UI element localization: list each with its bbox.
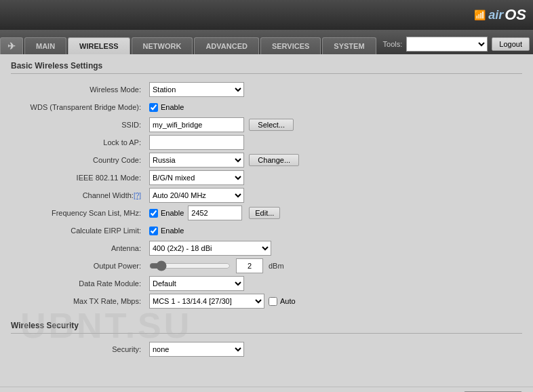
channel-width-help[interactable]: [?]	[134, 192, 141, 199]
tab-advanced[interactable]: ADVANCED	[194, 37, 259, 54]
basic-wireless-form: Wireless Mode: Station Access Point Stat…	[11, 81, 522, 310]
country-code-select[interactable]: Russia United States Germany	[149, 153, 244, 168]
nav-tabs: ✈ MAIN WIRELESS NETWORK ADVANCED SERVICE…	[0, 37, 378, 54]
wireless-security-form: Security: none WEP WPA WPA2	[11, 340, 522, 358]
output-power-row: Output Power: dBm	[11, 257, 522, 275]
max-tx-select[interactable]: MCS 1 - 13/14.4 [27/30] MCS 0 - 6.5/7.2 …	[149, 294, 264, 309]
logo: 📶 air OS	[474, 6, 526, 24]
dbm-label: dBm	[269, 262, 284, 270]
ieee-mode-label: IEEE 802.11 Mode:	[11, 169, 146, 187]
security-select[interactable]: none WEP WPA WPA2	[149, 342, 244, 357]
calc-eirp-value: Enable	[146, 222, 522, 239]
logo-os: OS	[505, 6, 526, 24]
lock-ap-input[interactable]	[149, 135, 244, 150]
tab-services[interactable]: SERVICES	[260, 37, 321, 54]
wireless-mode-select[interactable]: Station Access Point Station WDS	[149, 82, 244, 97]
ssid-select-button[interactable]: Select...	[249, 119, 294, 131]
content: Basic Wireless Settings Wireless Mode: S…	[0, 54, 533, 387]
max-tx-row: Max TX Rate, Mbps: MCS 1 - 13/14.4 [27/3…	[11, 292, 522, 310]
logo-air: air	[488, 8, 503, 22]
wireless-mode-value: Station Access Point Station WDS	[146, 81, 522, 98]
freq-scan-label: Frequency Scan List, MHz:	[11, 204, 146, 222]
wds-value: Enable	[146, 98, 522, 116]
ieee-mode-row: IEEE 802.11 Mode: B/G/N mixed B only G o…	[11, 169, 522, 187]
max-tx-value: MCS 1 - 13/14.4 [27/30] MCS 0 - 6.5/7.2 …	[146, 292, 522, 310]
output-power-input[interactable]	[236, 258, 263, 273]
ubnt-icon: ✈	[7, 41, 16, 52]
output-power-slider[interactable]	[149, 261, 231, 271]
tools-label: Tools:	[383, 40, 403, 48]
tab-advanced-label: ADVANCED	[205, 42, 248, 50]
freq-scan-input[interactable]	[188, 205, 242, 220]
freq-scan-container: Enable Edit...	[149, 205, 522, 220]
wds-label: WDS (Transparent Bridge Mode):	[11, 98, 146, 116]
tab-wireless[interactable]: WIRELESS	[68, 37, 130, 54]
tools-select[interactable]	[406, 37, 488, 52]
freq-scan-enable[interactable]: Enable	[149, 209, 184, 218]
tab-system-label: SYSTEM	[334, 42, 364, 50]
output-power-value: dBm	[146, 257, 522, 275]
ieee-mode-select[interactable]: B/G/N mixed B only G only N only	[149, 170, 244, 185]
wds-row: WDS (Transparent Bridge Mode): Enable	[11, 98, 522, 116]
calc-eirp-enable[interactable]: Enable	[149, 227, 522, 235]
channel-width-label: Channel Width:[?]	[11, 187, 146, 204]
lock-ap-value	[146, 134, 522, 151]
data-rate-select[interactable]: Default Auto Fixed	[149, 276, 244, 291]
antenna-label: Antenna:	[11, 239, 146, 257]
wireless-security-title: Wireless Security	[11, 321, 522, 334]
tab-services-label: SERVICES	[272, 42, 309, 50]
data-rate-row: Data Rate Module: Default Auto Fixed	[11, 275, 522, 292]
tab-main[interactable]: MAIN	[24, 37, 66, 54]
ieee-mode-value: B/G/N mixed B only G only N only	[146, 169, 522, 187]
basic-wireless-title: Basic Wireless Settings	[11, 61, 522, 74]
navbar: ✈ MAIN WIRELESS NETWORK ADVANCED SERVICE…	[0, 30, 533, 54]
security-row: Security: none WEP WPA WPA2	[11, 340, 522, 358]
calc-eirp-label: Calculate EIRP Limit:	[11, 222, 146, 239]
max-tx-auto[interactable]: Auto	[269, 297, 296, 306]
freq-edit-button[interactable]: Edit...	[249, 207, 280, 219]
freq-scan-value: Enable Edit...	[146, 204, 522, 222]
wifi-icon: 📶	[474, 9, 486, 20]
country-code-row: Country Code: Russia United States Germa…	[11, 151, 522, 169]
max-tx-auto-checkbox[interactable]	[269, 297, 277, 306]
ssid-label: SSID:	[11, 116, 146, 134]
calc-eirp-checkbox[interactable]	[149, 227, 158, 235]
nav-tools: Tools: Logout	[378, 34, 533, 54]
wireless-mode-label: Wireless Mode:	[11, 81, 146, 98]
tab-network-label: NETWORK	[143, 42, 182, 50]
lock-ap-row: Lock to AP:	[11, 134, 522, 151]
freq-scan-row: Frequency Scan List, MHz: Enable Edit...	[11, 204, 522, 222]
channel-width-value: Auto 20/40 MHz 20 MHz 40 MHz	[146, 187, 522, 204]
ssid-input[interactable]	[149, 117, 244, 132]
tab-wireless-label: WIRELESS	[79, 42, 118, 50]
bottom-bar: Change	[0, 387, 533, 392]
ssid-row: SSID: Select...	[11, 116, 522, 134]
ssid-value: Select...	[146, 116, 522, 134]
wds-enable-label[interactable]: Enable	[149, 103, 522, 112]
lock-ap-label: Lock to AP:	[11, 134, 146, 151]
country-change-button[interactable]: Change...	[249, 154, 299, 166]
country-code-value: Russia United States Germany Change...	[146, 151, 522, 169]
wireless-mode-row: Wireless Mode: Station Access Point Stat…	[11, 81, 522, 98]
antenna-select[interactable]: 400 (2x2) - 18 dBi 300 (2x2) - 14 dBi	[149, 241, 271, 256]
tab-system[interactable]: SYSTEM	[322, 37, 376, 54]
output-power-container: dBm	[149, 258, 522, 273]
output-power-label: Output Power:	[11, 257, 146, 275]
freq-scan-checkbox[interactable]	[149, 209, 158, 218]
antenna-value: 400 (2x2) - 18 dBi 300 (2x2) - 14 dBi	[146, 239, 522, 257]
tab-network[interactable]: NETWORK	[132, 37, 193, 54]
channel-width-row: Channel Width:[?] Auto 20/40 MHz 20 MHz …	[11, 187, 522, 204]
logout-button[interactable]: Logout	[492, 37, 530, 51]
channel-width-select[interactable]: Auto 20/40 MHz 20 MHz 40 MHz	[149, 188, 244, 203]
tab-main-label: MAIN	[36, 42, 55, 50]
data-rate-label: Data Rate Module:	[11, 275, 146, 292]
data-rate-value: Default Auto Fixed	[146, 275, 522, 292]
tab-ubnt[interactable]: ✈	[0, 37, 23, 54]
calc-eirp-row: Calculate EIRP Limit: Enable	[11, 222, 522, 239]
antenna-row: Antenna: 400 (2x2) - 18 dBi 300 (2x2) - …	[11, 239, 522, 257]
wds-checkbox[interactable]	[149, 103, 158, 112]
country-code-label: Country Code:	[11, 151, 146, 169]
max-tx-label: Max TX Rate, Mbps:	[11, 292, 146, 310]
security-label: Security:	[11, 340, 146, 358]
security-value: none WEP WPA WPA2	[146, 340, 522, 358]
